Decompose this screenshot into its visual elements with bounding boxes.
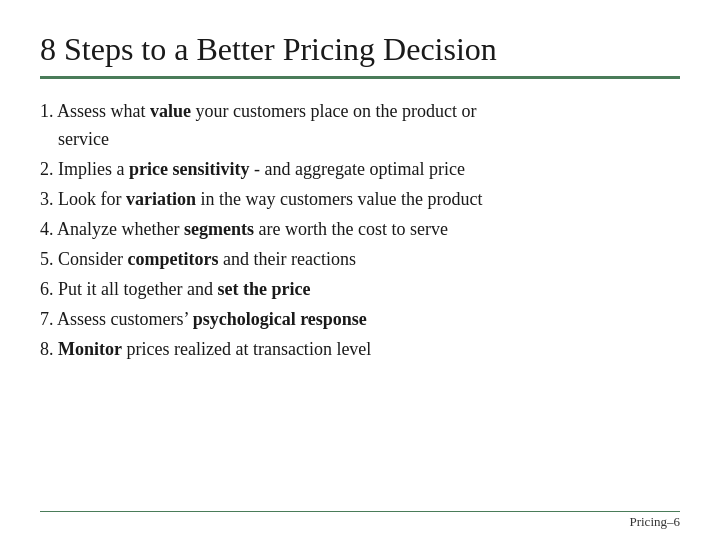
item-number: 5. <box>40 249 58 269</box>
item-number: 8. <box>40 339 58 359</box>
item-number: 6. <box>40 279 58 299</box>
item-number: 2. <box>40 159 58 179</box>
list-item: 3. Look for variation in the way custome… <box>40 185 680 215</box>
item-number: 4. <box>40 219 57 239</box>
item-number: 7. <box>40 309 57 329</box>
list-item: 5. Consider competitors and their reacti… <box>40 245 680 275</box>
bold-text: psychological response <box>193 309 367 329</box>
list-item: 4. Analyze whether segments are worth th… <box>40 215 680 245</box>
footer-label: Pricing–6 <box>629 514 680 530</box>
slide-title: 8 Steps to a Better Pricing Decision <box>40 30 680 68</box>
bold-text: variation <box>126 189 196 209</box>
bold-text: Monitor <box>58 339 122 359</box>
item-number: 3. <box>40 189 58 209</box>
item-number: 1. <box>40 101 57 121</box>
slide: 8 Steps to a Better Pricing Decision 1. … <box>0 0 720 540</box>
list-item: 6. Put it all together and set the price <box>40 275 680 305</box>
list-item: 8. Monitor prices realized at transactio… <box>40 335 680 365</box>
bold-text: value <box>150 101 191 121</box>
content-list: 1. Assess what value your customers plac… <box>40 97 680 520</box>
bold-text: set the price <box>217 279 310 299</box>
list-item: 2. Implies a price sensitivity - and agg… <box>40 155 680 185</box>
bold-text: competitors <box>128 249 219 269</box>
list-item: 7. Assess customers’ psychological respo… <box>40 305 680 335</box>
list-item: 1. Assess what value your customers plac… <box>40 97 680 155</box>
title-underline <box>40 76 680 79</box>
bold-text: price sensitivity <box>129 159 249 179</box>
bold-text: segments <box>184 219 254 239</box>
footer-underline <box>40 511 680 513</box>
